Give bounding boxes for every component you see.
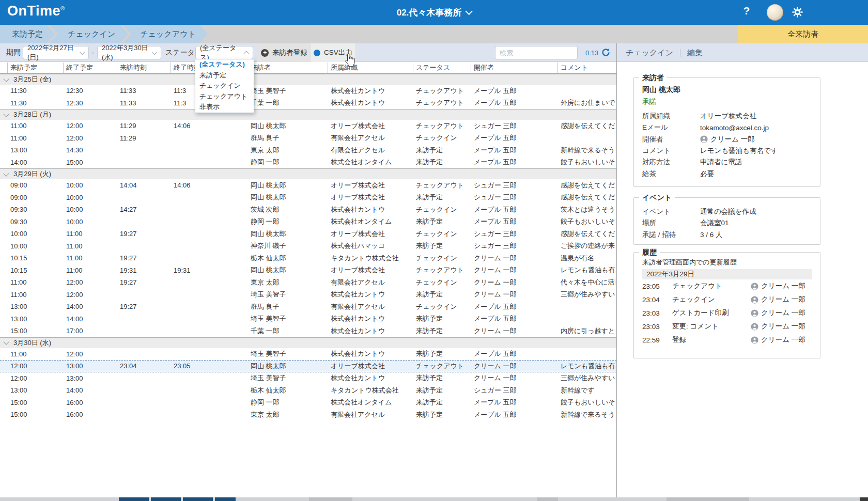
- table-cell: クリーム 一郎: [474, 325, 559, 337]
- table-row[interactable]: 13:0014:00栃木 仙太郎キタカントウ株式会社来訪予定シュガー 三郎新幹線…: [0, 384, 616, 397]
- table-row[interactable]: 13:0014:0019:27群馬 良子有限会社アクセルチェックインメープル 五…: [0, 301, 616, 313]
- visitor-section-title: 来訪者: [639, 73, 667, 83]
- column-header[interactable]: 来訪予定: [7, 62, 64, 73]
- status-combo[interactable]: (全ステータス): [195, 46, 253, 59]
- date-group-header[interactable]: 3月25日 (金): [0, 74, 616, 85]
- status-option[interactable]: 非表示: [195, 102, 254, 113]
- refresh-icon[interactable]: [601, 48, 611, 59]
- table-row[interactable]: 12:0013:00埼玉 美智子株式会社カントウ来訪予定クリーム 一郎三郷が住み…: [0, 372, 616, 385]
- table-cell: 11:30: [10, 85, 64, 97]
- table-cell: メープル 五郎: [474, 132, 559, 145]
- table-row[interactable]: 10:0011:00神奈川 磯子株式会社ハマッコ来訪予定シュガー 三郎ご挨拶の連…: [0, 240, 616, 253]
- table-row[interactable]: 11:3012:3011:3311:3千葉 一郎株式会社カントウチェックアウトメ…: [0, 97, 616, 109]
- chevron-down-icon: [3, 339, 9, 345]
- table-cell: メープル 五郎: [474, 397, 559, 409]
- field-value: 会議室01: [700, 218, 812, 228]
- date-group-header[interactable]: 3月28日 (月): [0, 109, 616, 120]
- status-option[interactable]: (全ステータス): [195, 59, 254, 70]
- column-header[interactable]: 来訪時刻: [117, 62, 174, 73]
- field-value: 通常の会議を作成: [700, 207, 812, 216]
- tab-all-visitors[interactable]: 全来訪者: [738, 25, 868, 43]
- table-row[interactable]: 10:1511:0019:27栃木 仙太郎キタカントウ株式会社チェックインクリー…: [0, 252, 616, 264]
- column-header[interactable]: コメント: [557, 62, 615, 73]
- table-cell: 株式会社カントウ: [331, 85, 414, 97]
- table-cell: 11:33: [120, 97, 174, 109]
- table-cell: 14:06: [174, 179, 249, 192]
- gear-icon[interactable]: [792, 7, 803, 20]
- table-row[interactable]: 11:3012:3011:3311:3埼玉 美智子株式会社カントウチェックアウト…: [0, 85, 616, 97]
- detail-edit-link[interactable]: 編集: [687, 48, 703, 58]
- column-header[interactable]: 終了予定: [63, 62, 120, 73]
- table-cell: 三郷が住みやすいそう: [561, 372, 615, 385]
- table-cell: 千葉 一郎: [251, 97, 329, 109]
- table-row[interactable]: 11:0012:00埼玉 美智子株式会社カントウ来訪予定クリーム 一郎三郷が住み…: [0, 289, 616, 301]
- date-group-header[interactable]: 3月30日 (水): [0, 337, 616, 348]
- history-entries: 23:05チェックアウトクリーム 一郎23:04チェックインクリーム 一郎23:…: [642, 279, 812, 347]
- table-cell: 岡山 桃太郎: [251, 264, 329, 277]
- date-from-input[interactable]: 2022年2月27日 (日): [23, 46, 89, 59]
- table-cell: 東京 太郎: [251, 409, 329, 421]
- table-cell: 11:29: [120, 132, 174, 145]
- plus-icon: +: [261, 49, 269, 57]
- table-row[interactable]: 09:3010:0014:27茨城 次郎株式会社カントウチェックインメープル 五…: [0, 203, 616, 216]
- detail-checkin-link[interactable]: チェックイン: [626, 48, 673, 58]
- column-header[interactable]: 来訪者: [247, 62, 329, 73]
- table-row[interactable]: 11:0012:0011:2914:06岡山 桃太郎オリーブ株式会社チェックアウ…: [0, 120, 616, 132]
- table-row[interactable]: 15:0016:00静岡 一郎株式会社オンタイム来訪予定メープル 五郎餃子もおい…: [0, 397, 616, 409]
- table-cell: シュガー 三郎: [474, 228, 559, 240]
- register-visitor-button[interactable]: +来訪者登録: [257, 43, 311, 62]
- office-selector[interactable]: 02.代々木事務所: [397, 0, 472, 25]
- field-label: イベント: [642, 207, 700, 216]
- table-cell: 14:00: [66, 384, 120, 397]
- history-action: チェックイン: [672, 295, 751, 304]
- date-group-header[interactable]: 3月29日 (火): [0, 168, 616, 179]
- table-row[interactable]: 10:1511:0019:3119:31岡山 桃太郎オリーブ株式会社チェックアウ…: [0, 264, 616, 277]
- table-row[interactable]: 09:3010:00静岡 一郎株式会社オンタイム来訪予定メープル 五郎餃子もおい…: [0, 216, 616, 228]
- table-cell: チェックアウト: [416, 361, 472, 372]
- table-cell: キタカントウ株式会社: [331, 252, 414, 264]
- table-row[interactable]: 13:0014:00埼玉 美智子株式会社カントウ来訪予定メープル 五郎: [0, 313, 616, 325]
- table-row[interactable]: 11:0012:0011:29群馬 良子有限会社アクセルチェックインメープル 五…: [0, 132, 616, 145]
- table-cell: シュガー 三郎: [474, 120, 559, 132]
- table-row[interactable]: 11:0012:0019:27東京 太郎有限会社アクセルチェックインクリーム 一…: [0, 276, 616, 289]
- help-button[interactable]: ?: [740, 5, 753, 17]
- table-cell: 19:31: [120, 264, 174, 277]
- date-to-input[interactable]: 2022年3月30日 (水): [97, 46, 161, 59]
- table-row[interactable]: 12:0013:0023:0423:05岡山 桃太郎オリーブ株式会社チェックアウ…: [0, 360, 616, 372]
- table-cell: 09:00: [10, 179, 64, 192]
- table-cell: 来訪予定: [416, 156, 472, 169]
- table-cell: 来訪予定: [416, 240, 472, 253]
- status-option[interactable]: チェックアウト: [195, 91, 254, 102]
- table-cell: 株式会社カントウ: [331, 97, 414, 109]
- column-header[interactable]: ステータス: [413, 62, 472, 73]
- field-value: 3 / 6 人: [700, 230, 812, 240]
- table-row[interactable]: 11:0012:00埼玉 美智子株式会社カントウ来訪予定メープル 五郎: [0, 348, 616, 361]
- detail-field: イベント通常の会議を作成: [642, 206, 812, 217]
- column-header[interactable]: 所属組織: [328, 62, 414, 73]
- tab-checkout[interactable]: チェックアウト: [123, 25, 208, 43]
- table-cell: メープル 五郎: [474, 156, 559, 169]
- table-row[interactable]: 09:0010:0014:0414:06岡山 桃太郎オリーブ株式会社チェックアウ…: [0, 179, 616, 192]
- detail-actions: チェックイン 編集: [626, 43, 703, 62]
- chevron-up-icon: [243, 51, 249, 56]
- field-value: オリーブ株式会社: [700, 112, 812, 121]
- table-row[interactable]: 15:0017:00千葉 一郎株式会社カントウ来訪予定クリーム 一郎内房に引っ越…: [0, 325, 616, 337]
- table-row[interactable]: 14:0015:00静岡 一郎株式会社オンタイム来訪予定メープル 五郎餃子もおい…: [0, 156, 616, 169]
- table-cell: 09:30: [10, 216, 64, 228]
- column-header[interactable]: 開催者: [471, 62, 559, 73]
- search-input[interactable]: [495, 46, 578, 59]
- tab-visit-schedule[interactable]: 来訪予定: [0, 25, 55, 43]
- table-row[interactable]: 15:0016:00東京 太郎有限会社アクセル来訪予定メープル 五郎新幹線で来る…: [0, 409, 616, 421]
- status-option[interactable]: 来訪予定: [195, 70, 254, 81]
- status-option[interactable]: チェックイン: [195, 81, 254, 91]
- user-avatar[interactable]: [767, 4, 783, 21]
- table-cell: 有限会社アクセル: [331, 132, 414, 145]
- csv-export-button[interactable]: CSV出力: [311, 43, 355, 62]
- table-cell: メープル 五郎: [474, 85, 559, 97]
- table-row[interactable]: 09:0010:00岡山 桃太郎オリーブ株式会社来訪予定シュガー 三郎感謝を伝え…: [0, 192, 616, 204]
- table-cell: クリーム 一郎: [474, 276, 559, 289]
- table-row[interactable]: 13:0014:30東京 太郎有限会社アクセル来訪予定メープル 五郎新幹線で来る…: [0, 144, 616, 156]
- table-cell: 11:30: [10, 97, 64, 109]
- table-row[interactable]: 10:0011:0019:27岡山 桃太郎オリーブ株式会社チェックインシュガー …: [0, 228, 616, 240]
- tab-checkin[interactable]: チェックイン: [50, 25, 128, 43]
